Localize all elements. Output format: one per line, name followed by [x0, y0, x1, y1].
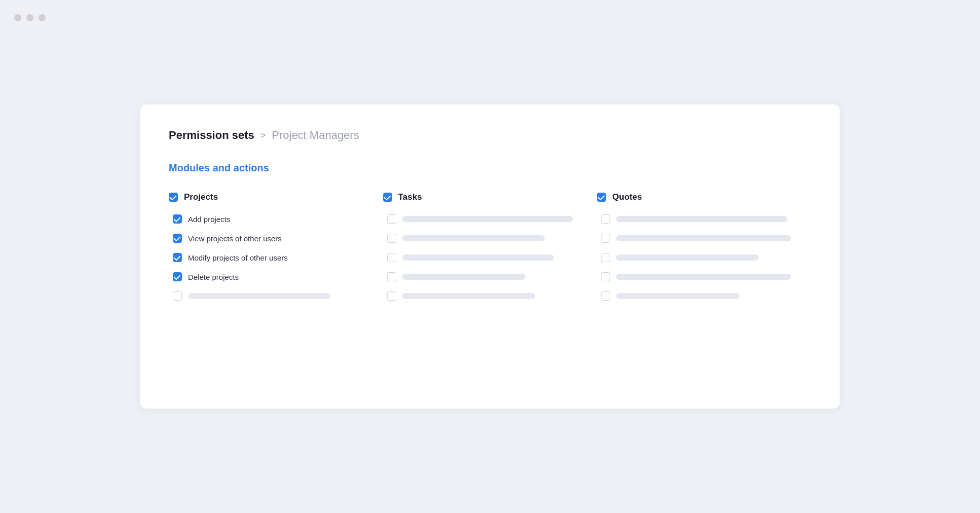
checkbox-label-modify-projects: Modify projects of other users	[188, 253, 288, 262]
breadcrumb-root[interactable]: Permission sets	[169, 129, 254, 142]
list-item	[597, 272, 791, 281]
placeholder-bar	[616, 216, 787, 222]
placeholder-bar	[616, 293, 740, 299]
checkbox-tasks-header[interactable]	[383, 193, 392, 202]
placeholder-bar	[402, 216, 573, 222]
module-column-quotes: Quotes	[597, 192, 811, 311]
checkbox-add-projects[interactable]	[173, 214, 182, 224]
traffic-light-close[interactable]	[14, 14, 21, 21]
module-title-projects: Projects	[184, 192, 218, 202]
list-item: Modify projects of other users	[169, 253, 363, 262]
list-item	[383, 234, 577, 243]
checkbox-quotes-1[interactable]	[601, 214, 610, 224]
checkbox-quotes-3[interactable]	[601, 253, 610, 262]
breadcrumb-current: Project Managers	[272, 129, 359, 142]
checkbox-quotes-4[interactable]	[601, 272, 610, 281]
checkbox-projects-header[interactable]	[169, 193, 178, 202]
checkbox-tasks-4[interactable]	[387, 272, 396, 281]
checkbox-label-view-projects: View projects of other users	[188, 234, 282, 243]
main-card: Permission sets > Project Managers Modul…	[140, 104, 840, 409]
module-column-tasks: Tasks	[383, 192, 597, 311]
module-title-tasks: Tasks	[398, 192, 422, 202]
list-item	[597, 253, 791, 262]
placeholder-bar	[402, 235, 545, 241]
checkbox-quotes-2[interactable]	[601, 234, 610, 243]
list-item: Add projects	[169, 214, 363, 224]
checkbox-projects-placeholder[interactable]	[173, 291, 182, 301]
placeholder-bar	[616, 254, 759, 261]
checkbox-label-delete-projects: Delete projects	[188, 273, 239, 281]
section-title: Modules and actions	[169, 162, 811, 174]
module-column-projects: Projects Add projects View projects of o…	[169, 192, 383, 311]
traffic-lights	[14, 14, 46, 21]
list-item: Delete projects	[169, 272, 363, 281]
checkbox-tasks-1[interactable]	[387, 214, 396, 224]
checkbox-tasks-3[interactable]	[387, 253, 396, 262]
list-item	[597, 234, 791, 243]
module-header-quotes: Quotes	[597, 192, 791, 202]
checkbox-quotes-5[interactable]	[601, 291, 610, 301]
list-item	[169, 291, 363, 301]
placeholder-bar	[402, 254, 554, 261]
list-item: View projects of other users	[169, 234, 363, 243]
checkbox-view-projects[interactable]	[173, 234, 182, 243]
list-item	[597, 291, 791, 301]
module-header-projects: Projects	[169, 192, 363, 202]
checkbox-delete-projects[interactable]	[173, 272, 182, 281]
list-item	[383, 272, 577, 281]
module-header-tasks: Tasks	[383, 192, 577, 202]
checkbox-quotes-header[interactable]	[597, 193, 606, 202]
list-item	[383, 214, 577, 224]
list-item	[597, 214, 791, 224]
breadcrumb: Permission sets > Project Managers	[169, 129, 811, 142]
checkbox-label-add-projects: Add projects	[188, 215, 230, 224]
checkbox-modify-projects[interactable]	[173, 253, 182, 262]
placeholder-bar	[616, 274, 791, 280]
module-title-quotes: Quotes	[612, 192, 642, 202]
list-item	[383, 291, 577, 301]
placeholder-bar	[188, 293, 330, 299]
checkbox-tasks-2[interactable]	[387, 234, 396, 243]
breadcrumb-separator: >	[260, 130, 266, 141]
list-item	[383, 253, 577, 262]
placeholder-bar	[402, 293, 535, 299]
traffic-light-maximize[interactable]	[39, 14, 46, 21]
placeholder-bar	[402, 274, 526, 280]
placeholder-bar	[616, 235, 791, 241]
modules-grid: Projects Add projects View projects of o…	[169, 192, 811, 311]
traffic-light-minimize[interactable]	[26, 14, 33, 21]
checkbox-tasks-5[interactable]	[387, 291, 396, 301]
